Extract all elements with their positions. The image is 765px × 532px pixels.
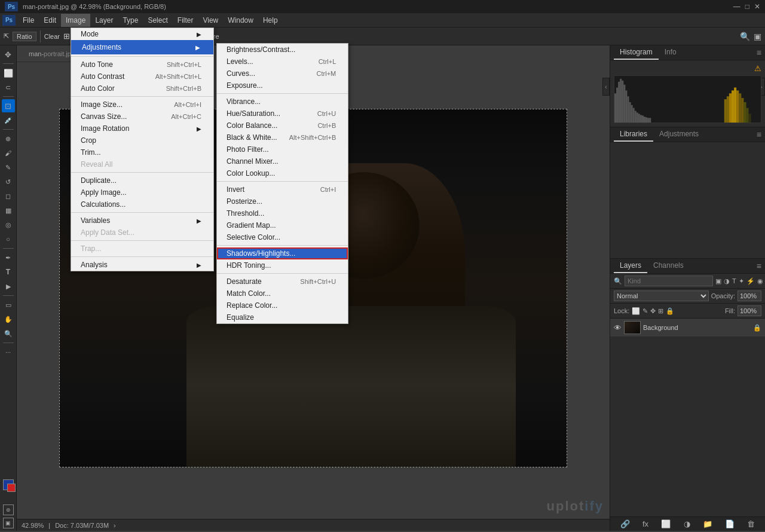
maximize-icon[interactable]: □	[745, 2, 749, 11]
adj-brightness-contrast[interactable]: Brightness/Contrast...	[217, 44, 348, 56]
adj-replace-color[interactable]: Replace Color...	[217, 299, 348, 311]
adj-curves[interactable]: Curves... Ctrl+M	[217, 68, 348, 80]
adj-desaturate[interactable]: Desaturate Shift+Ctrl+U	[217, 276, 348, 288]
add-layer-icon[interactable]: 📄	[725, 519, 735, 528]
adj-vibrance[interactable]: Vibrance...	[217, 96, 348, 108]
adj-match-color[interactable]: Match Color...	[217, 288, 348, 299]
lock-position-icon[interactable]: ✥	[650, 307, 656, 315]
menu-file[interactable]: File	[18, 14, 39, 27]
close-icon[interactable]: ✕	[754, 2, 760, 11]
eyedropper-tool[interactable]: 💉	[2, 114, 15, 127]
add-adjustment-icon[interactable]: ◑	[684, 519, 690, 528]
screen-mode-toggle[interactable]: ▣	[3, 518, 14, 528]
layer-eye-icon[interactable]: 👁	[614, 323, 622, 332]
gradient-tool[interactable]: ▦	[2, 204, 15, 217]
image-menu-auto-color[interactable]: Auto Color Shift+Ctrl+B	[71, 82, 213, 94]
tab-histogram[interactable]: Histogram	[614, 45, 659, 60]
lib-menu-icon[interactable]: ≡	[757, 130, 761, 139]
brush-tool[interactable]: 🖌	[2, 146, 15, 160]
hand-tool[interactable]: ✋	[2, 313, 15, 326]
image-menu-trim[interactable]: Trim...	[71, 146, 213, 158]
adj-levels[interactable]: Levels... Ctrl+L	[217, 56, 348, 68]
image-menu-reveal-all[interactable]: Reveal All	[71, 158, 213, 170]
text-tool[interactable]: T	[2, 265, 15, 279]
image-menu-canvas-size[interactable]: Canvas Size... Alt+Ctrl+C	[71, 111, 213, 123]
clear-button[interactable]: Clear	[44, 33, 60, 40]
lock-all-icon[interactable]: 🔒	[666, 307, 674, 315]
layers-filter-adj-icon[interactable]: ◑	[724, 277, 730, 285]
status-arrow[interactable]: ›	[114, 522, 116, 529]
adj-posterize[interactable]: Posterize...	[217, 195, 348, 207]
layer-background[interactable]: 👁 Background 🔒	[610, 319, 765, 337]
crop-tool[interactable]: ⊡	[2, 99, 15, 112]
menu-select[interactable]: Select	[143, 14, 172, 27]
menu-help[interactable]: Help	[258, 14, 283, 27]
layers-filter-toggle[interactable]: ◉	[757, 277, 763, 285]
arrange-icon[interactable]: ▣	[754, 32, 761, 41]
menu-filter[interactable]: Filter	[173, 14, 198, 27]
histogram-menu-icon[interactable]: ≡	[757, 48, 761, 57]
layers-menu-icon[interactable]: ≡	[757, 261, 761, 271]
image-menu-auto-tone[interactable]: Auto Tone Shift+Ctrl+L	[71, 59, 213, 71]
menu-edit[interactable]: Edit	[39, 14, 61, 27]
adj-color-lookup[interactable]: Color Lookup...	[217, 167, 348, 179]
tab-libraries[interactable]: Libraries	[614, 127, 653, 142]
eraser-tool[interactable]: ◻	[2, 189, 15, 203]
shape-tool[interactable]: ▭	[2, 298, 15, 311]
rectangle-select-tool[interactable]: ⬜	[2, 66, 15, 80]
image-menu-crop[interactable]: Crop	[71, 134, 213, 146]
search-icon[interactable]: 🔍	[740, 32, 750, 41]
lock-pixel-icon[interactable]: ⬜	[632, 307, 640, 315]
image-menu-analysis[interactable]: Analysis ▶	[71, 259, 213, 271]
image-menu-calculations[interactable]: Calculations...	[71, 198, 213, 210]
image-menu-image-size[interactable]: Image Size... Alt+Ctrl+I	[71, 99, 213, 111]
more-tools[interactable]: ···	[2, 346, 15, 359]
adj-exposure[interactable]: Exposure...	[217, 80, 348, 91]
menu-type[interactable]: Type	[118, 14, 143, 27]
adj-gradient-map[interactable]: Gradient Map...	[217, 219, 348, 231]
move-tool[interactable]: ✥	[2, 48, 15, 61]
lock-draw-icon[interactable]: ✎	[642, 307, 648, 315]
adj-equalize[interactable]: Equalize	[217, 311, 348, 323]
image-menu-mode[interactable]: Mode ▶	[71, 28, 213, 40]
move-tool-icon[interactable]: ⇱	[4, 32, 9, 40]
image-menu-variables[interactable]: Variables ▶	[71, 215, 213, 227]
menu-image[interactable]: Image	[61, 14, 90, 27]
adj-shadows-highlights[interactable]: Shadows/Highlights...	[217, 247, 348, 259]
image-menu-image-rotation[interactable]: Image Rotation ▶	[71, 123, 213, 134]
menu-layer[interactable]: Layer	[90, 14, 118, 27]
image-menu-duplicate[interactable]: Duplicate...	[71, 175, 213, 186]
healing-brush-tool[interactable]: ⊕	[2, 132, 15, 145]
menu-view[interactable]: View	[198, 14, 223, 27]
adj-threshold[interactable]: Threshold...	[217, 207, 348, 219]
adj-channel-mixer[interactable]: Channel Mixer...	[217, 155, 348, 167]
adj-selective-color[interactable]: Selective Color...	[217, 231, 348, 243]
layers-filter-shape-icon[interactable]: ✦	[739, 277, 744, 285]
path-select-tool[interactable]: ▶	[2, 280, 15, 293]
menu-window[interactable]: Window	[223, 14, 258, 27]
pen-tool[interactable]: ✒	[2, 251, 15, 264]
tab-info[interactable]: Info	[659, 45, 683, 60]
image-menu-apply-dataset[interactable]: Apply Data Set...	[71, 227, 213, 239]
dodge-tool[interactable]: ○	[2, 233, 15, 246]
image-menu-trap[interactable]: Trap...	[71, 243, 213, 255]
minimize-icon[interactable]: —	[733, 2, 740, 11]
layers-filter-type-icon[interactable]: T	[732, 277, 736, 285]
history-brush-tool[interactable]: ↺	[2, 175, 15, 188]
grid-icon[interactable]: ⊞	[63, 32, 70, 41]
lasso-tool[interactable]: ⊂	[2, 81, 15, 94]
add-group-icon[interactable]: 📁	[703, 519, 712, 528]
adj-hue-saturation[interactable]: Hue/Saturation... Ctrl+U	[217, 108, 348, 120]
tab-adjustments[interactable]: Adjustments	[653, 127, 705, 142]
tab-layers[interactable]: Layers	[614, 259, 647, 273]
layers-mode-select[interactable]: Normal Multiply Screen	[614, 291, 709, 301]
layers-kind-input[interactable]	[625, 276, 713, 286]
foreground-color[interactable]	[3, 479, 14, 490]
lock-artboard-icon[interactable]: ⊞	[658, 307, 663, 315]
zoom-tool[interactable]: 🔍	[2, 327, 15, 340]
layers-filter-pixel-icon[interactable]: ▣	[715, 277, 721, 285]
adj-color-balance[interactable]: Color Balance... Ctrl+B	[217, 120, 348, 132]
image-menu-apply-image[interactable]: Apply Image...	[71, 186, 213, 198]
delete-layer-icon[interactable]: 🗑	[747, 519, 755, 528]
clone-stamp-tool[interactable]: ✎	[2, 161, 15, 174]
